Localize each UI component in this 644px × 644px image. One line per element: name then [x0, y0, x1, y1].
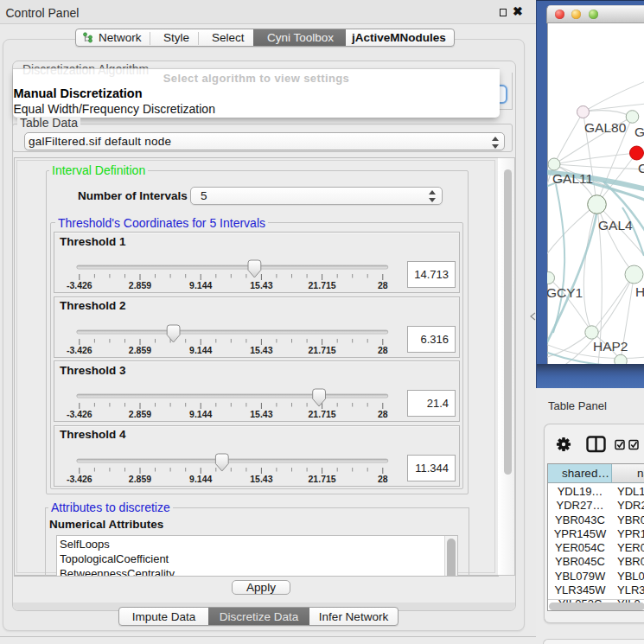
svg-text:GAL11: GAL11: [552, 171, 593, 186]
svg-text:28: 28: [378, 280, 388, 290]
svg-text:28: 28: [378, 344, 388, 354]
svg-text:2.859: 2.859: [129, 344, 151, 354]
svg-text:GAL80: GAL80: [584, 120, 627, 135]
svg-text:2.859: 2.859: [129, 409, 151, 419]
svg-text:21.715: 21.715: [309, 473, 336, 483]
svg-text:CY: CY: [638, 161, 644, 175]
svg-text:GA: GA: [634, 124, 644, 139]
svg-text:15.43: 15.43: [250, 344, 272, 354]
svg-text:15.43: 15.43: [250, 280, 272, 290]
svg-text:21.715: 21.715: [309, 409, 336, 419]
svg-text:-3.426: -3.426: [67, 280, 92, 290]
svg-text:15.43: 15.43: [250, 409, 272, 419]
svg-text:21.715: 21.715: [309, 280, 336, 290]
svg-text:GCY1: GCY1: [547, 285, 583, 300]
svg-text:15.43: 15.43: [250, 473, 272, 483]
svg-text:9.144: 9.144: [189, 280, 212, 290]
svg-text:28: 28: [378, 473, 388, 483]
svg-text:9.144: 9.144: [189, 344, 212, 354]
svg-text:2.859: 2.859: [129, 473, 151, 483]
svg-text:-3.426: -3.426: [67, 344, 92, 354]
svg-text:2.859: 2.859: [129, 280, 151, 290]
svg-text:-3.426: -3.426: [67, 473, 92, 483]
svg-text:21.715: 21.715: [309, 344, 336, 354]
svg-text:28: 28: [378, 409, 388, 419]
svg-text:GAL4: GAL4: [598, 218, 633, 233]
svg-text:9.144: 9.144: [189, 473, 212, 483]
svg-text:-3.426: -3.426: [67, 409, 92, 419]
svg-text:HAP2: HAP2: [593, 339, 628, 354]
svg-text:HA: HA: [635, 284, 644, 299]
svg-text:9.144: 9.144: [189, 409, 212, 419]
